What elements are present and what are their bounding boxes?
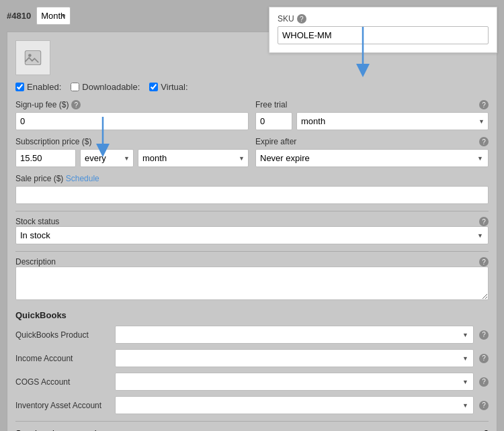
qb-cogs-row: COGS Account ? (15, 373, 489, 391)
sale-price-section: Sale price ($) Schedule (15, 174, 489, 204)
virtual-checkbox[interactable] (149, 83, 158, 91)
enabled-checkbox-label[interactable]: Enabled: (15, 82, 61, 92)
virtual-checkbox-label[interactable]: Virtual: (149, 82, 187, 92)
qb-cogs-label: COGS Account (15, 377, 110, 387)
subscription-section: Subscription price ($) every month (15, 137, 489, 167)
fee-trial-row: Sign-up fee ($) ? Free trial ? month yea… (15, 100, 489, 130)
quickbooks-section: QuickBooks QuickBooks Product ? Income A… (15, 310, 489, 414)
sub-price-inputs: every month year week day (15, 149, 249, 167)
qb-cogs-select[interactable] (115, 373, 474, 391)
stock-label: Stock status (15, 217, 59, 226)
sku-input[interactable] (278, 26, 489, 44)
qb-income-row: Income Account ? (15, 349, 489, 367)
sub-every-wrapper: every (80, 149, 134, 167)
image-icon (24, 48, 42, 67)
free-trial-label: Free trial (255, 100, 287, 109)
divider-1 (15, 211, 489, 211)
stock-label-row: Stock status ? (15, 217, 489, 226)
sync-label: Synchronise renewals (15, 428, 101, 431)
qb-income-label: Income Account (15, 354, 110, 363)
qb-product-select-wrapper (115, 326, 474, 344)
sync-help-icon[interactable]: ? (484, 428, 489, 431)
signup-fee-label-row: Sign-up fee ($) ? (15, 100, 249, 109)
free-trial-inputs: month year week day (255, 112, 489, 130)
expire-select-wrapper: Never expire 1 month 2 months 3 months 6… (255, 149, 489, 167)
enabled-checkbox[interactable] (15, 83, 24, 91)
sub-period-select[interactable]: month year week day (138, 149, 249, 167)
expire-label: Expire after (255, 137, 296, 146)
qb-inventory-row: Inventory Asset Account ? (15, 396, 489, 414)
qb-product-row: QuickBooks Product ? (15, 326, 489, 344)
sub-price-label: Subscription price ($) (15, 137, 91, 146)
product-image[interactable] (15, 40, 50, 75)
divider-2 (15, 251, 489, 252)
enabled-label: Enabled: (27, 82, 61, 92)
qb-income-select[interactable] (115, 349, 474, 367)
signup-fee-input[interactable] (15, 112, 249, 130)
stock-status-section: Stock status ? In stock Out of stock On … (15, 217, 489, 244)
sync-label-row: Synchronise renewals ? (15, 428, 489, 431)
desc-help-icon[interactable]: ? (479, 257, 489, 267)
free-trial-period-wrapper: month year week day (296, 112, 489, 130)
qb-cogs-select-wrapper (115, 373, 474, 391)
qb-inventory-help-icon[interactable]: ? (479, 401, 489, 410)
sub-expire-row: Subscription price ($) every month (15, 137, 489, 167)
qb-inventory-label: Inventory Asset Account (15, 401, 110, 410)
virtual-label: Virtual: (161, 82, 187, 92)
sku-label: SKU ? (278, 14, 489, 23)
downloadable-checkbox-label[interactable]: Downloadable: (71, 82, 140, 92)
product-id: #4810 (7, 11, 31, 21)
main-content: Enabled: Downloadable: Virtual: Sign-up … (7, 32, 497, 431)
signup-fee-group: Sign-up fee ($) ? (15, 100, 249, 130)
sale-price-label: Sale price ($) (15, 174, 63, 183)
qb-inventory-select[interactable] (115, 396, 474, 414)
free-trial-help-icon[interactable]: ? (479, 100, 489, 109)
description-section: Description ? (15, 257, 489, 302)
sale-price-label-row: Sale price ($) Schedule (15, 174, 489, 183)
description-textarea[interactable] (15, 267, 489, 300)
quickbooks-title: QuickBooks (15, 310, 489, 320)
sku-panel: SKU ? (269, 7, 497, 53)
period-select-wrapper: Month Year Week Day (36, 7, 71, 25)
sku-label-text: SKU (278, 14, 294, 23)
free-trial-period-select[interactable]: month year week day (296, 112, 489, 130)
free-trial-group: Free trial ? month year week day (255, 100, 489, 130)
sku-help-icon[interactable]: ? (297, 14, 306, 23)
stock-select-wrapper: In stock Out of stock On backorder (15, 226, 489, 244)
qb-product-select[interactable] (115, 326, 474, 344)
signup-fee-help-icon[interactable]: ? (71, 100, 81, 109)
stock-help-icon[interactable]: ? (479, 217, 489, 226)
schedule-link[interactable]: Schedule (66, 174, 99, 183)
downloadable-checkbox[interactable] (71, 83, 79, 91)
qb-product-label: QuickBooks Product (15, 330, 110, 340)
expire-label-row: Expire after ? (255, 137, 489, 146)
free-trial-number-input[interactable] (255, 112, 292, 130)
qb-product-help-icon[interactable]: ? (479, 330, 489, 340)
sale-price-input[interactable] (15, 186, 489, 204)
expire-group: Expire after ? Never expire 1 month 2 mo… (255, 137, 489, 167)
desc-label: Description (15, 257, 56, 267)
sub-every-select[interactable]: every (80, 149, 134, 167)
period-select[interactable]: Month Year Week Day (36, 7, 71, 25)
svg-point-2 (28, 54, 32, 57)
qb-cogs-help-icon[interactable]: ? (479, 377, 489, 387)
sub-price-input[interactable] (15, 149, 76, 167)
downloadable-label: Downloadable: (82, 82, 140, 92)
qb-income-select-wrapper (115, 349, 474, 367)
sync-section: Synchronise renewals ? Do not synchronis… (15, 421, 489, 431)
checkboxes-row: Enabled: Downloadable: Virtual: (15, 82, 489, 92)
stock-select[interactable]: In stock Out of stock On backorder (15, 226, 489, 244)
page-wrapper: SKU ? #4810 Month Year Week Day (0, 0, 504, 431)
subscription-price-group: Subscription price ($) every month (15, 137, 249, 167)
expire-help-icon[interactable]: ? (479, 137, 489, 146)
desc-label-row: Description ? (15, 257, 489, 267)
signup-fee-label: Sign-up fee ($) (15, 100, 69, 109)
qb-inventory-select-wrapper (115, 396, 474, 414)
expire-select[interactable]: Never expire 1 month 2 months 3 months 6… (255, 149, 489, 167)
qb-income-help-icon[interactable]: ? (479, 354, 489, 363)
sub-period-wrapper: month year week day (138, 149, 249, 167)
svg-rect-1 (25, 51, 40, 65)
sub-price-label-row: Subscription price ($) (15, 137, 249, 146)
free-trial-label-row: Free trial ? (255, 100, 489, 109)
